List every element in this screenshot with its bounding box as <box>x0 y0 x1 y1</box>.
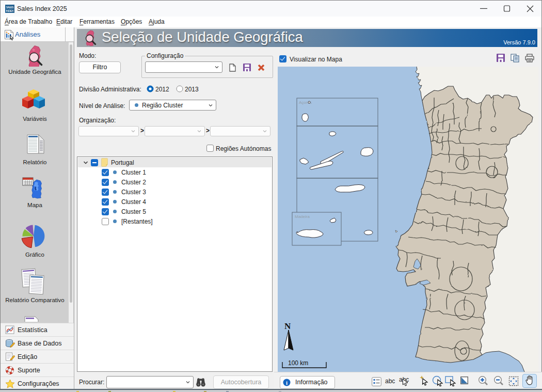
svg-text:INDEX: INDEX <box>6 9 14 12</box>
svg-text:SALES: SALES <box>6 6 14 9</box>
svg-text:i: i <box>286 380 288 386</box>
svg-text:Madeira: Madeira <box>295 214 310 219</box>
svg-text:N: N <box>284 321 291 331</box>
svg-text:100 km: 100 km <box>288 359 308 367</box>
